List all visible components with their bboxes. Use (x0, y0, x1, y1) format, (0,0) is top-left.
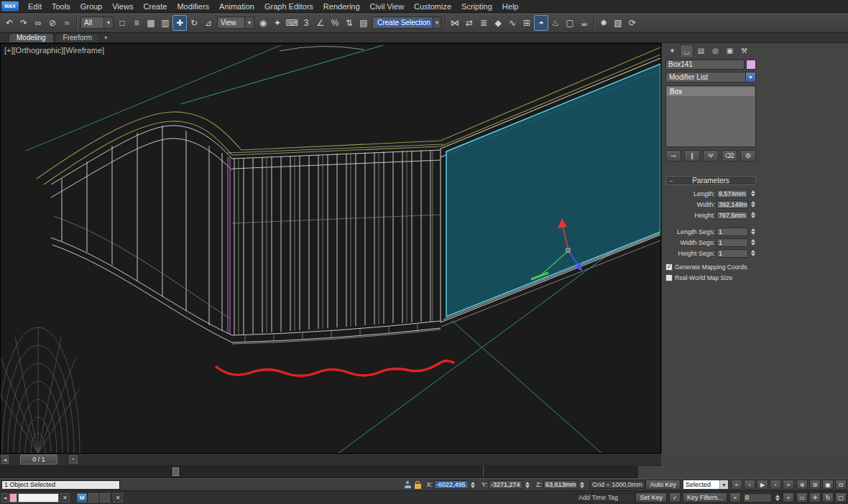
add-time-tag[interactable]: Add Time Tag (576, 493, 635, 503)
select-rotate-icon[interactable]: ↻ (187, 15, 201, 31)
select-by-name-icon[interactable]: ≡ (129, 15, 144, 31)
menu-item[interactable]: Graph Editors (259, 0, 318, 12)
parameters-rollout-header[interactable]: − Parameters (665, 176, 756, 185)
ribbon-chevron-down-icon[interactable]: ▾ (101, 33, 110, 42)
key-filters-button[interactable]: Key Filters... (683, 493, 727, 503)
configure-modifier-sets-icon[interactable]: ⚙ (740, 150, 756, 162)
select-object-icon[interactable]: □ (115, 15, 129, 31)
track-mini-button[interactable]: ◄ (1, 455, 9, 464)
menu-item[interactable]: Tools (47, 0, 75, 12)
align-icon[interactable]: ⇄ (462, 15, 476, 31)
maxscript-listener-input-pane[interactable] (18, 493, 58, 503)
schematic-view-icon[interactable]: ⊞ (520, 15, 534, 31)
spinner-control[interactable] (579, 482, 585, 488)
redraw-view-icon[interactable]: ⟳ (625, 15, 640, 31)
ribbon-tab[interactable]: Modeling (9, 33, 54, 42)
z-coordinate-field[interactable]: 63,613mm (543, 480, 578, 489)
material-editor-icon[interactable]: ◓ (534, 15, 548, 31)
go-to-start-icon[interactable]: « (731, 480, 742, 490)
show-end-result-icon[interactable]: ∥ (684, 150, 700, 162)
display-tab-icon[interactable]: ▣ (723, 45, 737, 57)
application-button[interactable]: MAX (1, 1, 19, 11)
y-coordinate-field[interactable]: -3271,274 (489, 480, 523, 489)
menu-item[interactable]: Create (138, 0, 172, 12)
current-frame-field[interactable]: 0 (743, 493, 772, 503)
redo-icon[interactable]: ↷ (17, 15, 31, 31)
ribbon-tab[interactable]: Freeform (55, 33, 101, 42)
unlink-selection-icon[interactable]: ⊘ (45, 15, 60, 31)
checkbox[interactable]: ✓ (665, 263, 673, 271)
named-selection-sets-icon[interactable]: ▤ (356, 15, 371, 31)
checkbox[interactable] (665, 274, 673, 281)
pin-stack-icon[interactable]: ⊸ (665, 150, 681, 162)
track-bar[interactable] (0, 466, 638, 478)
spinner-control[interactable] (750, 190, 756, 197)
viewport-label[interactable]: [+][Orthographic][Wireframe] (4, 46, 104, 55)
use-pivot-center-icon[interactable]: ◉ (256, 15, 270, 31)
zoom-region-icon[interactable]: ▭ (796, 493, 808, 503)
window-button[interactable] (100, 493, 110, 503)
spinner-snap-icon[interactable]: ⇅ (342, 15, 356, 31)
menu-item[interactable]: Group (75, 0, 108, 12)
make-unique-icon[interactable]: Ψ (703, 150, 719, 162)
select-and-link-icon[interactable]: ∞ (31, 15, 45, 31)
play-icon[interactable]: ▶ (757, 480, 768, 490)
menu-item[interactable]: Animation (214, 0, 259, 12)
time-slider[interactable]: ◄ 0 / 1 ‣ (0, 454, 661, 466)
utilities-tab-icon[interactable]: ⚒ (737, 45, 751, 57)
spinner-control[interactable] (750, 201, 756, 207)
modifier-stack[interactable]: Box (665, 85, 756, 147)
maximize-viewport-icon[interactable]: ▢ (835, 493, 847, 503)
layer-manager-icon[interactable]: ≣ (476, 15, 491, 31)
percent-snap-icon[interactable]: % (328, 15, 342, 31)
undo-icon[interactable]: ↶ (2, 15, 17, 31)
menu-item[interactable]: Customize (409, 0, 456, 12)
render-iterative-icon[interactable]: ✸ (596, 15, 611, 31)
spinner-control[interactable] (750, 250, 756, 256)
remove-modifier-icon[interactable]: ⌫ (722, 150, 737, 162)
snaps-toggle-icon[interactable]: 3 (299, 15, 313, 31)
zoom-all-icon[interactable]: ⊞ (809, 480, 821, 490)
object-name-field[interactable]: Box141 (665, 60, 745, 70)
x-coordinate-field[interactable]: -6022,495 (434, 480, 469, 489)
mini-listener-toggle-icon[interactable]: ◄ (1, 493, 9, 503)
orbit-icon[interactable]: ↻ (822, 493, 834, 503)
motion-tab-icon[interactable]: ◎ (709, 45, 722, 57)
previous-frame-icon[interactable]: ‹ (744, 480, 755, 490)
modifier-stack-item[interactable]: Box (667, 87, 755, 96)
zoom-extents-all-icon[interactable]: ⊡ (835, 480, 847, 490)
pan-icon[interactable]: ✛ (809, 493, 821, 503)
spinner-control[interactable] (774, 495, 780, 501)
isolate-selection-icon[interactable] (405, 481, 411, 488)
parameter-value-field[interactable]: 1 (716, 228, 748, 236)
reference-coordinate-dropdown[interactable]: View ▼ (217, 17, 254, 29)
rendered-frame-icon[interactable]: ▢ (563, 15, 577, 31)
zoom-extents-icon[interactable]: ▣ (822, 480, 834, 490)
spinner-control[interactable] (469, 482, 476, 488)
close-icon[interactable]: ✕ (113, 493, 123, 503)
spinner-control[interactable] (750, 228, 756, 235)
curve-editor-icon[interactable]: ∿ (505, 15, 520, 31)
selected-box-object[interactable] (441, 58, 660, 327)
next-key-icon[interactable]: » (783, 493, 794, 503)
window-button[interactable] (88, 493, 98, 503)
modifier-list-dropdown[interactable]: Modifier List ▼ (665, 72, 756, 83)
time-slider-next-button[interactable]: ‣ (69, 455, 78, 464)
spinner-control[interactable] (524, 482, 530, 488)
menu-item[interactable]: Help (497, 0, 524, 12)
window-crossing-icon[interactable]: ▥ (158, 15, 172, 31)
graphite-toggle-icon[interactable]: ◆ (491, 15, 505, 31)
keyboard-override-icon[interactable]: ⌨ (285, 15, 299, 31)
mirror-icon[interactable]: ⋈ (448, 15, 462, 31)
spinner-control[interactable] (750, 212, 756, 218)
menu-item[interactable]: Civil View (365, 0, 409, 12)
key-check-icon[interactable]: ✓ (669, 493, 681, 503)
menu-item[interactable]: Views (107, 0, 138, 12)
named-selection-set-dropdown[interactable]: Create Selection Se ▼ (372, 17, 441, 29)
parameter-value-field[interactable]: 767,5mm (716, 211, 748, 220)
menu-item[interactable]: Edit (23, 0, 47, 12)
modify-tab-icon[interactable]: ◡ (680, 45, 693, 57)
select-move-icon[interactable]: ✚ (172, 15, 187, 31)
spinner-control[interactable] (750, 239, 756, 246)
close-icon[interactable]: ✕ (60, 493, 70, 503)
